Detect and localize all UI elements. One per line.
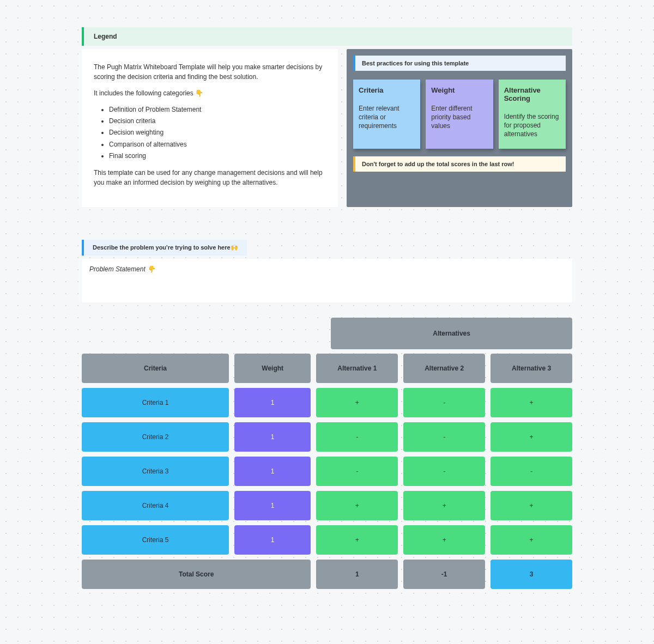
description-panel: The Pugh Matrix Whiteboard Template will…: [82, 49, 338, 207]
weight-cell[interactable]: 1: [234, 457, 311, 486]
weight-cell[interactable]: 1: [234, 422, 311, 452]
total-alt3: 3: [491, 560, 572, 589]
criteria-cell[interactable]: Criteria 5: [82, 525, 229, 555]
sticky-body: Identify the scoring for proposed altern…: [504, 112, 560, 139]
matrix-row: Criteria 5 1 + + +: [82, 525, 572, 555]
sticky-title: Weight: [431, 86, 487, 94]
criteria-cell[interactable]: Criteria 1: [82, 388, 229, 417]
matrix-row: Criteria 1 1 + - +: [82, 388, 572, 417]
matrix-row: Criteria 3 1 - - -: [82, 457, 572, 486]
pugh-matrix: Alternatives Criteria Weight Alternative…: [82, 318, 572, 589]
total-row: Total Score 1 -1 3: [82, 560, 572, 589]
sticky-alternative[interactable]: Alternative Scoring Identify the scoring…: [499, 80, 566, 149]
matrix-row: Criteria 2 1 - - +: [82, 422, 572, 452]
problem-prompt: Describe the problem you're trying to so…: [82, 240, 247, 256]
header-criteria: Criteria: [82, 354, 229, 383]
score-cell[interactable]: +: [403, 491, 485, 520]
score-cell[interactable]: -: [403, 457, 485, 486]
score-cell[interactable]: +: [316, 388, 398, 417]
sticky-criteria[interactable]: Criteria Enter relevant criteria or requ…: [353, 80, 420, 149]
alternatives-header: Alternatives: [331, 318, 572, 349]
problem-label: Problem Statement 👇: [89, 265, 155, 273]
total-alt2: -1: [403, 560, 485, 589]
sticky-title: Alternative Scoring: [504, 86, 560, 102]
header-alt1: Alternative 1: [316, 354, 398, 383]
criteria-cell[interactable]: Criteria 4: [82, 491, 229, 520]
desc-item: Final scoring: [109, 151, 326, 161]
total-label: Total Score: [82, 560, 311, 589]
weight-cell[interactable]: 1: [234, 491, 311, 520]
practices-reminder: Don't forget to add up the total scores …: [353, 156, 566, 172]
legend-banner: Legend: [82, 27, 572, 46]
score-cell[interactable]: -: [316, 422, 398, 452]
desc-intro: The Pugh Matrix Whiteboard Template will…: [94, 62, 326, 82]
score-cell[interactable]: -: [491, 457, 572, 486]
total-alt1: 1: [316, 560, 398, 589]
legend-title: Legend: [94, 33, 117, 40]
matrix-row: Criteria 4 1 + + +: [82, 491, 572, 520]
desc-includes: It includes the following categories 👇: [94, 88, 326, 98]
desc-outro: This template can be used for any change…: [94, 168, 326, 187]
sticky-weight[interactable]: Weight Enter different priority based va…: [426, 80, 493, 149]
score-cell[interactable]: +: [403, 525, 485, 555]
problem-statement-area[interactable]: Problem Statement 👇: [82, 259, 572, 302]
sticky-body: Enter different priority based values: [431, 104, 487, 131]
score-cell[interactable]: +: [491, 422, 572, 452]
desc-item: Decision weighting: [109, 127, 326, 138]
desc-item: Comparison of alternatives: [109, 139, 326, 150]
best-practices-panel: Best practices for using this template C…: [347, 49, 572, 207]
score-cell[interactable]: +: [491, 525, 572, 555]
header-weight: Weight: [234, 354, 311, 383]
score-cell[interactable]: -: [403, 422, 485, 452]
score-cell[interactable]: +: [491, 388, 572, 417]
weight-cell[interactable]: 1: [234, 388, 311, 417]
sticky-body: Enter relevant criteria or requirements: [359, 104, 415, 131]
practices-header: Best practices for using this template: [353, 56, 566, 71]
score-cell[interactable]: +: [316, 525, 398, 555]
desc-item: Definition of Problem Statement: [109, 105, 326, 115]
score-cell[interactable]: -: [316, 457, 398, 486]
desc-list: Definition of Problem Statement Decision…: [94, 105, 326, 161]
sticky-title: Criteria: [359, 86, 415, 94]
criteria-cell[interactable]: Criteria 2: [82, 422, 229, 452]
score-cell[interactable]: +: [491, 491, 572, 520]
score-cell[interactable]: -: [403, 388, 485, 417]
weight-cell[interactable]: 1: [234, 525, 311, 555]
criteria-cell[interactable]: Criteria 3: [82, 457, 229, 486]
header-alt2: Alternative 2: [403, 354, 485, 383]
desc-item: Decision criteria: [109, 116, 326, 126]
score-cell[interactable]: +: [316, 491, 398, 520]
header-alt3: Alternative 3: [491, 354, 572, 383]
